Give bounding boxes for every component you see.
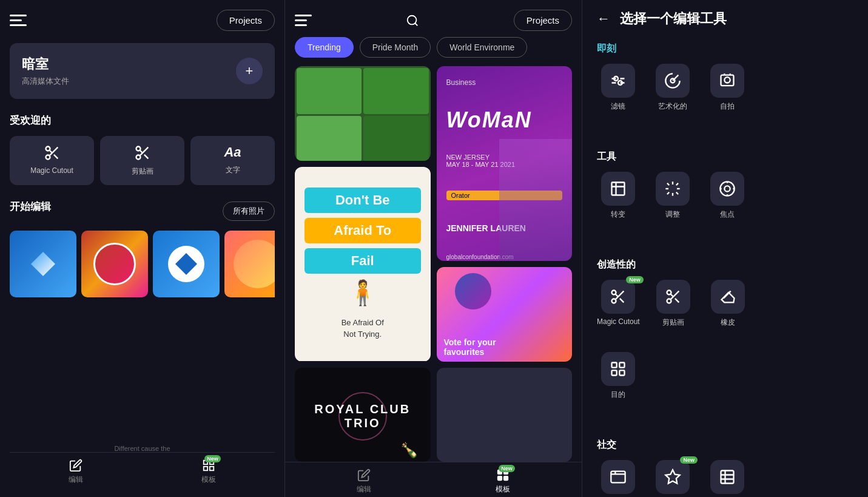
left-projects-button[interactable]: Projects: [217, 10, 275, 31]
svg-line-43: [620, 299, 624, 302]
svg-point-14: [408, 15, 417, 24]
start-editing-header: 开始编辑 所有照片: [10, 200, 275, 222]
start-editing-title: 开始编辑: [10, 200, 51, 214]
tpl-person-circle: [455, 273, 491, 309]
back-button[interactable]: ←: [597, 11, 610, 27]
text-icon: Aa: [224, 144, 241, 160]
tool-card-eraser[interactable]: 橡皮: [707, 280, 749, 328]
tool-card-transform[interactable]: 转变: [597, 172, 639, 220]
svg-rect-55: [619, 370, 624, 375]
middle-edit-nav-label: 编辑: [357, 484, 371, 495]
eraser-icon: [711, 280, 745, 314]
tools-section-heading: 工具: [597, 150, 853, 163]
edit-nav-icon: [69, 459, 82, 472]
middle-projects-button[interactable]: Projects: [514, 10, 572, 31]
photos-grid: [10, 231, 275, 297]
darkroom-card: 暗室 高清媒体文件 +: [10, 43, 275, 99]
tool-card-selfie[interactable]: 自拍: [706, 64, 749, 112]
middle-top-bar: Projects: [285, 0, 582, 37]
focus-label: 焦点: [720, 209, 735, 220]
photo-thumb-4[interactable]: [224, 231, 275, 297]
tool-card-artistic[interactable]: 艺术化的: [651, 64, 694, 112]
tpl-royal-text: ROYAL CLUBTRIO: [314, 402, 411, 430]
left-nav-template[interactable]: New 模板: [201, 459, 216, 485]
magic-cutout-icon-right: [601, 280, 635, 314]
template-vote[interactable]: Vote for yourfavourites: [437, 267, 573, 362]
middle-hamburger-icon[interactable]: [295, 15, 312, 26]
middle-template-new-badge: New: [499, 465, 515, 472]
svg-rect-25: [612, 183, 625, 195]
instant-section-heading: 即刻: [597, 42, 853, 55]
tool-card-collage-right[interactable]: 剪贴画: [652, 280, 695, 328]
svg-line-15: [415, 23, 418, 25]
svg-point-34: [720, 181, 734, 195]
left-bottom-hint: Different cause the: [10, 442, 275, 452]
middle-nav-template[interactable]: New 模板: [496, 468, 510, 495]
svg-point-1: [45, 155, 50, 160]
svg-line-32: [667, 192, 669, 194]
purpose-icon: [601, 352, 635, 386]
tpl-bottle: 🍾: [400, 442, 419, 459]
svg-line-3: [53, 155, 57, 158]
template-green[interactable]: [295, 66, 431, 161]
all-photos-button[interactable]: 所有照片: [223, 201, 275, 221]
template-new-badge: New: [204, 455, 221, 462]
tool-card-background[interactable]: 背景: [597, 460, 639, 497]
svg-line-51: [724, 291, 731, 299]
social-tools-row: 背景 New 形状 设计: [597, 460, 853, 497]
tab-world-env[interactable]: World Environme: [437, 37, 527, 58]
photo-thumb-1[interactable]: [10, 231, 76, 297]
svg-point-5: [136, 147, 140, 151]
svg-line-33: [676, 183, 678, 185]
tool-card-filter[interactable]: 滤镜: [597, 64, 639, 112]
darkroom-add-button[interactable]: +: [236, 58, 263, 84]
popular-section-title: 受欢迎的: [10, 113, 275, 127]
template-blank[interactable]: [437, 368, 573, 462]
section-creative: 创造性的 New Magic Cutout 剪贴画 橡皮: [597, 259, 853, 340]
middle-search-button[interactable]: [406, 14, 419, 27]
panel-right: ← 选择一个编辑工具 即刻 滤镜 艺术化的 自拍: [582, 0, 868, 497]
tool-card-magic-cutout[interactable]: New Magic Cutout: [597, 280, 640, 328]
middle-nav-edit[interactable]: 编辑: [357, 468, 371, 495]
svg-rect-12: [210, 467, 214, 470]
tool-magic-cutout[interactable]: Magic Cutout: [10, 136, 94, 185]
template-business-woman[interactable]: Business WoMaN NEW JERSEYMAY 18 - MAY 21…: [437, 66, 573, 261]
tab-pride-month[interactable]: Pride Month: [360, 37, 431, 58]
collage-right-label: 剪贴画: [662, 317, 684, 328]
filter-label: 滤镜: [611, 101, 625, 112]
left-nav-edit[interactable]: 编辑: [69, 459, 83, 485]
svg-line-44: [616, 294, 619, 297]
photo-thumb-2[interactable]: [81, 231, 148, 297]
tool-text[interactable]: Aa 文字: [190, 136, 275, 185]
tpl-line1: Don't Be: [304, 188, 421, 213]
selfie-icon: [710, 64, 744, 98]
tpl-vote-text: Vote for yourfavourites: [444, 337, 496, 357]
tab-trending[interactable]: Trending: [295, 37, 354, 58]
templates-grid: Business WoMaN NEW JERSEYMAY 18 - MAY 21…: [285, 66, 582, 462]
social-section-heading: 社交: [597, 439, 853, 451]
tool-card-focus[interactable]: 焦点: [706, 172, 749, 220]
svg-point-24: [724, 77, 730, 83]
edit-nav-label: 编辑: [69, 475, 83, 485]
tabs-row: Trending Pride Month World Environme: [285, 37, 582, 66]
transform-label: 转变: [611, 209, 625, 220]
tools-row: 转变 调整 焦点: [597, 172, 853, 220]
selfie-label: 自拍: [720, 101, 735, 112]
adjust-icon: [656, 172, 690, 206]
magic-cutout-new-badge: New: [626, 276, 644, 283]
template-motivational[interactable]: Don't Be Afraid To Fail 🧍 Be Afraid OfNo…: [295, 167, 431, 362]
svg-rect-56: [611, 472, 625, 483]
background-icon: [601, 460, 635, 494]
tool-card-adjust[interactable]: 调整: [651, 172, 694, 220]
section-purpose: 目的: [597, 352, 853, 412]
tool-card-shape[interactable]: New 形状: [651, 460, 694, 497]
right-panel-title: 选择一个编辑工具: [620, 10, 727, 28]
tool-card-design[interactable]: 设计: [706, 460, 749, 497]
svg-point-40: [612, 291, 616, 295]
tool-card-purpose[interactable]: 目的: [597, 352, 639, 400]
svg-rect-54: [612, 370, 617, 375]
template-royal[interactable]: ROYAL CLUBTRIO 🍾: [295, 368, 431, 462]
hamburger-menu-icon[interactable]: [10, 15, 27, 26]
photo-thumb-3[interactable]: [153, 231, 220, 297]
tool-collage[interactable]: 剪贴画: [100, 136, 184, 185]
